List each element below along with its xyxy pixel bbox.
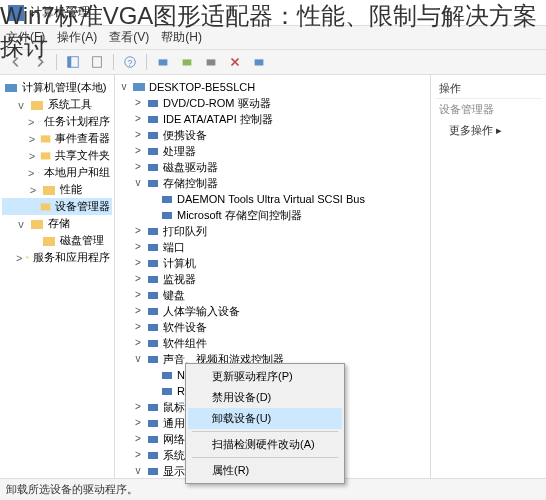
svg-rect-22	[148, 116, 158, 123]
tree-item[interactable]: >打印队列	[117, 223, 428, 239]
tree-item[interactable]: >软件组件	[117, 335, 428, 351]
device-icon	[146, 176, 160, 190]
expand-icon[interactable]: >	[133, 223, 143, 239]
svg-rect-30	[148, 244, 158, 251]
device-icon	[146, 128, 160, 142]
tree-item[interactable]: >人体学输入设备	[117, 303, 428, 319]
left-item[interactable]: >本地用户和组	[2, 164, 112, 181]
left-item[interactable]: >事件查看器	[2, 130, 112, 147]
item-icon	[40, 149, 51, 163]
expand-icon[interactable]: v	[119, 79, 129, 95]
expand-icon[interactable]: v	[133, 463, 143, 479]
svg-rect-24	[148, 148, 158, 155]
expand-icon[interactable]: >	[16, 252, 22, 264]
context-item[interactable]: 禁用设备(D)	[188, 387, 342, 408]
svg-rect-17	[31, 220, 43, 229]
tree-item[interactable]: >IDE ATA/ATAPI 控制器	[117, 111, 428, 127]
left-item[interactable]: >共享文件夹	[2, 147, 112, 164]
tree-item[interactable]: v存储控制器	[117, 175, 428, 191]
svg-rect-33	[148, 292, 158, 299]
expand-icon[interactable]: >	[133, 431, 143, 447]
expand-icon[interactable]: v	[133, 175, 143, 191]
svg-rect-18	[43, 237, 55, 246]
svg-rect-44	[148, 468, 158, 475]
device-icon	[146, 112, 160, 126]
left-item[interactable]: >服务和应用程序	[2, 249, 112, 266]
svg-rect-27	[162, 196, 172, 203]
svg-rect-15	[43, 186, 55, 195]
context-separator	[192, 457, 338, 458]
tree-item-label: 处理器	[163, 143, 196, 159]
tree-item[interactable]: >端口	[117, 239, 428, 255]
left-item[interactable]: v存储	[2, 215, 112, 232]
tree-item-label: 人体学输入设备	[163, 303, 240, 319]
computer-icon	[4, 81, 18, 95]
expand-icon[interactable]: >	[133, 271, 143, 287]
item-icon	[38, 166, 40, 180]
device-icon	[146, 96, 160, 110]
tree-item-label: 计算机	[163, 255, 196, 271]
device-icon	[160, 208, 174, 222]
tree-item[interactable]: >DVD/CD-ROM 驱动器	[117, 95, 428, 111]
expand-icon[interactable]: >	[133, 335, 143, 351]
tree-item[interactable]: >键盘	[117, 287, 428, 303]
expand-icon[interactable]: >	[28, 133, 36, 145]
left-item[interactable]: v系统工具	[2, 96, 112, 113]
tree-item[interactable]: DAEMON Tools Ultra Virtual SCSI Bus	[117, 191, 428, 207]
expand-icon[interactable]: >	[28, 184, 38, 196]
more-actions-link[interactable]: 更多操作 ▸	[435, 120, 542, 141]
expand-icon[interactable]: v	[16, 99, 26, 111]
expand-icon[interactable]: v	[16, 218, 26, 230]
tree-item[interactable]: >处理器	[117, 143, 428, 159]
left-root-label: 计算机管理(本地)	[22, 80, 106, 95]
svg-rect-29	[148, 228, 158, 235]
device-icon	[146, 288, 160, 302]
expand-icon[interactable]: >	[133, 287, 143, 303]
left-item[interactable]: >任务计划程序	[2, 113, 112, 130]
svg-rect-28	[162, 212, 172, 219]
context-item[interactable]: 更新驱动程序(P)	[188, 366, 342, 387]
expand-icon[interactable]: >	[133, 111, 143, 127]
expand-icon[interactable]: >	[133, 159, 143, 175]
device-icon	[146, 336, 160, 350]
tree-root[interactable]: v DESKTOP-BE5SLCH	[117, 79, 428, 95]
svg-rect-14	[39, 172, 40, 173]
context-menu[interactable]: 更新驱动程序(P)禁用设备(D)卸载设备(U)扫描检测硬件改动(A)属性(R)	[185, 363, 345, 484]
expand-icon[interactable]: >	[133, 255, 143, 271]
expand-icon[interactable]: v	[133, 351, 143, 367]
device-icon	[146, 400, 160, 414]
tree-item[interactable]: >软件设备	[117, 319, 428, 335]
tree-item[interactable]: >计算机	[117, 255, 428, 271]
expand-icon[interactable]: >	[133, 239, 143, 255]
context-item[interactable]: 扫描检测硬件改动(A)	[188, 434, 342, 455]
left-item-label: 磁盘管理	[60, 233, 104, 248]
svg-rect-16	[41, 203, 50, 210]
svg-rect-37	[148, 356, 158, 363]
expand-icon[interactable]: >	[133, 319, 143, 335]
expand-icon[interactable]: >	[133, 143, 143, 159]
svg-rect-19	[27, 257, 29, 259]
expand-icon[interactable]: >	[28, 116, 34, 128]
expand-icon[interactable]: >	[133, 127, 143, 143]
left-item[interactable]: 设备管理器	[2, 198, 112, 215]
tree-item-label: DAEMON Tools Ultra Virtual SCSI Bus	[177, 191, 365, 207]
left-root[interactable]: 计算机管理(本地)	[2, 79, 112, 96]
left-item[interactable]: 磁盘管理	[2, 232, 112, 249]
expand-icon[interactable]: >	[133, 303, 143, 319]
tree-item[interactable]: >磁盘驱动器	[117, 159, 428, 175]
tree-item-label: 软件设备	[163, 319, 207, 335]
left-item[interactable]: >性能	[2, 181, 112, 198]
tree-item[interactable]: >便携设备	[117, 127, 428, 143]
context-item[interactable]: 属性(R)	[188, 460, 342, 481]
expand-icon[interactable]: >	[133, 95, 143, 111]
tree-item[interactable]: Microsoft 存储空间控制器	[117, 207, 428, 223]
expand-icon[interactable]: >	[28, 150, 36, 162]
item-icon	[30, 217, 44, 231]
expand-icon[interactable]: >	[28, 167, 34, 179]
device-icon	[146, 352, 160, 366]
context-item[interactable]: 卸载设备(U)	[188, 408, 342, 429]
expand-icon[interactable]: >	[133, 415, 143, 431]
expand-icon[interactable]: >	[133, 399, 143, 415]
tree-item[interactable]: >监视器	[117, 271, 428, 287]
expand-icon[interactable]: >	[133, 447, 143, 463]
